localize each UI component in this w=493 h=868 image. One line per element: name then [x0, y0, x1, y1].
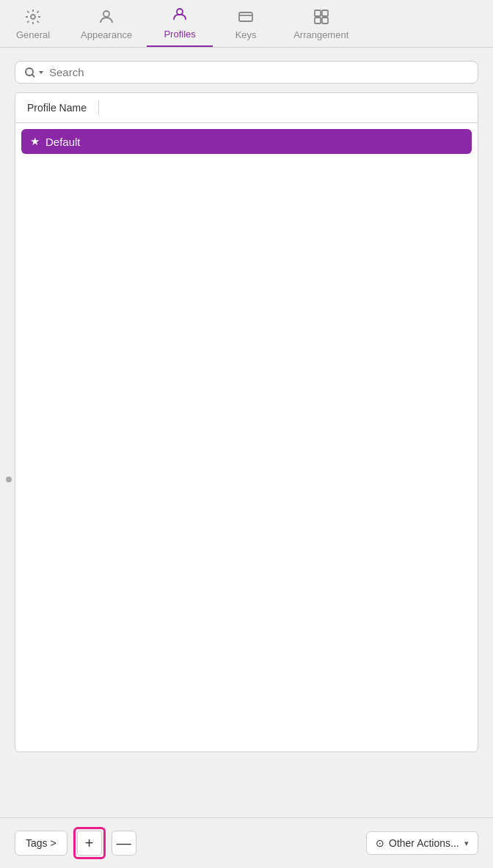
default-star-icon: ★	[30, 135, 40, 148]
profile-row-default-label: Default	[45, 136, 81, 148]
svg-rect-5	[322, 10, 328, 16]
profile-table-header: Profile Name	[15, 93, 478, 123]
tab-appearance-label: Appearance	[81, 29, 132, 40]
tab-keys[interactable]: Keys	[213, 0, 279, 47]
appearance-icon	[96, 7, 117, 27]
svg-rect-2	[177, 9, 183, 15]
svg-point-1	[103, 11, 109, 17]
tab-general[interactable]: General	[0, 0, 66, 47]
svg-rect-6	[315, 18, 321, 23]
tab-profiles[interactable]: Profiles	[147, 0, 213, 47]
search-icon	[24, 67, 45, 78]
svg-rect-3	[239, 12, 252, 21]
other-actions-select-input[interactable]: Other Actions... Import Profile... Expor…	[389, 837, 460, 849]
tab-profiles-label: Profiles	[164, 29, 195, 40]
keys-icon	[235, 7, 256, 27]
svg-point-0	[31, 15, 35, 19]
remove-profile-button[interactable]: —	[112, 831, 136, 856]
svg-point-8	[26, 68, 33, 76]
bottom-toolbar: Tags > + — ⊙ Other Actions... Import Pro…	[0, 817, 493, 868]
header-divider	[98, 100, 99, 115]
tab-arrangement[interactable]: Arrangement	[279, 0, 363, 47]
tab-arrangement-label: Arrangement	[293, 29, 348, 40]
svg-rect-7	[322, 18, 328, 23]
add-button-wrapper: +	[73, 827, 106, 859]
gear-icon	[23, 7, 43, 27]
profile-table-body: ★ Default	[15, 123, 478, 751]
profile-table: Profile Name ★ Default	[15, 92, 478, 752]
tab-bar: General Appearance Profiles Keys	[0, 0, 493, 48]
add-profile-button[interactable]: +	[77, 831, 102, 856]
tab-appearance[interactable]: Appearance	[66, 0, 147, 47]
profiles-icon	[169, 6, 190, 26]
profile-row-default[interactable]: ★ Default	[21, 129, 472, 154]
search-container	[15, 61, 478, 84]
arrangement-icon	[311, 7, 332, 27]
tab-keys-label: Keys	[235, 29, 257, 40]
other-actions-dropdown[interactable]: ⊙ Other Actions... Import Profile... Exp…	[366, 831, 478, 855]
profile-name-column-header: Profile Name	[27, 102, 87, 114]
other-actions-chevron-icon: ▾	[464, 839, 469, 848]
svg-rect-4	[315, 10, 321, 16]
search-input[interactable]	[49, 66, 469, 78]
tab-general-label: General	[16, 29, 50, 40]
tags-button[interactable]: Tags >	[15, 831, 67, 856]
other-actions-dot-icon: ⊙	[376, 837, 384, 849]
